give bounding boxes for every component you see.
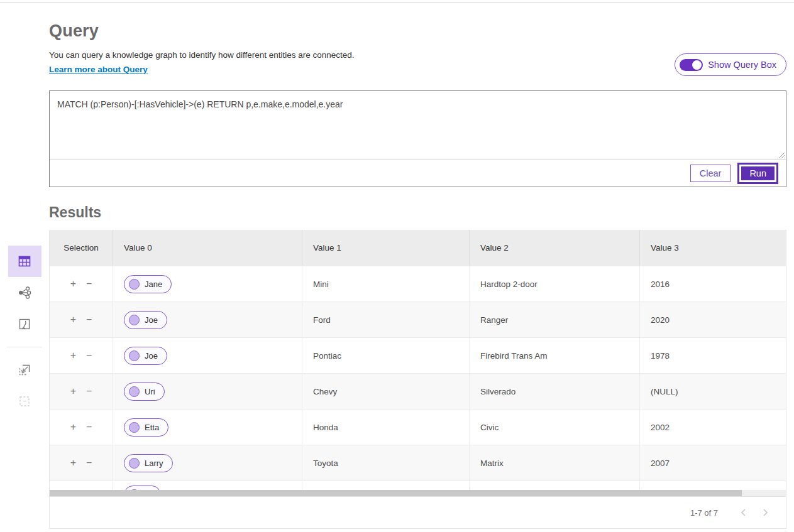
column-header-selection: Selection [50, 230, 113, 266]
table-row: + − Joe Ford Ranger 2020 [50, 301, 786, 337]
top-border [0, 0, 794, 3]
value2-cell: Firebird Trans Am [469, 338, 639, 373]
value2-cell: Civic [469, 410, 639, 445]
selection-cell: + − [50, 302, 113, 337]
value1-cell: Mini [302, 266, 469, 301]
chevron-right-icon [761, 508, 769, 517]
entity-pill-label: Joe [145, 351, 158, 361]
remove-selection-button[interactable]: − [86, 386, 92, 396]
add-to-map-icon [17, 362, 32, 377]
table-row: + − Larry Toyota Matrix 2007 [50, 445, 786, 480]
column-header-value3: Value 3 [639, 230, 786, 266]
run-button[interactable]: Run [739, 165, 776, 182]
add-selection-button[interactable]: + [70, 279, 76, 289]
value1-cell [302, 481, 469, 490]
add-selection-button[interactable]: + [70, 422, 76, 432]
table-row: + − Etta Honda Civic 2002 [50, 409, 786, 445]
entity-pill-label: Uri [145, 387, 155, 396]
entity-pill-label: Etta [145, 423, 159, 432]
entity-pill[interactable]: Joe [124, 347, 167, 365]
value0-cell: Joe [113, 302, 302, 337]
table-row: + − Uri Chevy Silverado (NULL) [50, 373, 786, 409]
selection-cell [50, 481, 113, 490]
clear-button[interactable]: Clear [690, 165, 731, 182]
value3-cell: 2002 [639, 410, 786, 445]
entity-pill-partial[interactable] [124, 486, 161, 490]
value2-cell: Hardtop 2-door [469, 266, 639, 301]
query-box: MATCH (p:Person)-[:HasVehicle]->(e) RETU… [49, 90, 786, 187]
entity-pill[interactable]: Uri [124, 383, 165, 401]
add-selection-button[interactable]: + [70, 315, 76, 325]
value1-cell: Toyota [302, 445, 469, 480]
rail-table-view[interactable] [8, 246, 41, 277]
value0-cell: Uri [113, 374, 302, 409]
entity-pill[interactable]: Joe [124, 311, 167, 329]
next-page-button[interactable] [754, 502, 776, 523]
value3-cell: 2020 [639, 302, 786, 337]
pagination-bar: 1-7 of 7 [50, 496, 786, 528]
remove-selection-button[interactable]: − [86, 350, 92, 361]
selection-cell: + − [50, 445, 113, 480]
page-title: Query [49, 21, 786, 41]
remove-selection-button[interactable]: − [86, 458, 92, 468]
remove-selection-button[interactable]: − [86, 279, 92, 289]
value1-cell: Ford [302, 302, 469, 337]
value0-cell: Etta [113, 410, 302, 445]
results-panel: Selection Value 0 Value 1 Value 2 Value … [49, 230, 786, 529]
learn-more-link[interactable]: Learn more about Query [49, 65, 148, 74]
horizontal-scrollbar[interactable] [50, 490, 786, 496]
add-selection-button[interactable]: + [70, 458, 76, 468]
results-title: Results [49, 204, 794, 221]
remove-selection-button[interactable]: − [86, 315, 92, 325]
rail-link-chart-view[interactable] [8, 277, 41, 308]
table-body: + − Jane Mini Hardtop 2-door 2016 + − [50, 266, 786, 480]
selection-cell: + − [50, 338, 113, 373]
value3-cell: 2016 [639, 266, 786, 301]
toggle-switch-icon[interactable] [680, 59, 703, 71]
add-selection-button[interactable]: + [70, 350, 76, 361]
rail-selection-tool [8, 386, 41, 417]
show-query-box-toggle[interactable]: Show Query Box [675, 53, 786, 76]
value2-cell: Silverado [469, 374, 639, 409]
value3-cell: 1978 [639, 338, 786, 373]
query-input[interactable]: MATCH (p:Person)-[:HasVehicle]->(e) RETU… [50, 91, 786, 160]
column-header-value2: Value 2 [469, 230, 639, 266]
value3-cell [639, 481, 786, 490]
value2-cell [469, 481, 639, 490]
table-icon [17, 254, 32, 269]
entity-pill[interactable]: Jane [124, 275, 172, 293]
rail-map-view[interactable] [8, 308, 41, 340]
entity-node-icon [129, 458, 140, 469]
value0-cell: Joe [113, 338, 302, 373]
entity-pill[interactable]: Etta [124, 418, 168, 437]
resize-handle-icon[interactable] [777, 151, 785, 158]
value2-cell: Ranger [469, 302, 639, 337]
value0-cell: Jane [113, 266, 302, 301]
view-rail [0, 230, 49, 529]
link-chart-icon [16, 285, 33, 301]
rail-divider [7, 347, 42, 347]
value0-cell: Larry [113, 445, 302, 480]
column-header-value1: Value 1 [302, 230, 469, 266]
rail-add-to-map[interactable] [8, 354, 41, 386]
toggle-label: Show Query Box [708, 60, 776, 70]
map-icon [17, 317, 32, 332]
selection-cell: + − [50, 266, 113, 301]
partial-table-row [50, 480, 786, 490]
entity-node-icon [129, 279, 140, 290]
previous-page-button[interactable] [733, 502, 754, 523]
selection-cell: + − [50, 410, 113, 445]
value1-cell: Pontiac [302, 338, 469, 373]
entity-node-icon [129, 386, 140, 397]
value2-cell: Matrix [469, 445, 639, 480]
add-selection-button[interactable]: + [70, 386, 76, 396]
remove-selection-button[interactable]: − [86, 422, 92, 432]
value1-cell: Chevy [302, 374, 469, 409]
table-header: Selection Value 0 Value 1 Value 2 Value … [50, 230, 786, 266]
chevron-left-icon [739, 508, 748, 517]
entity-pill-label: Joe [145, 315, 158, 325]
table-row: + − Joe Pontiac Firebird Trans Am 1978 [50, 337, 786, 373]
entity-pill[interactable]: Larry [124, 454, 173, 472]
table-row: + − Jane Mini Hardtop 2-door 2016 [50, 266, 786, 301]
scrollbar-thumb[interactable] [50, 490, 742, 496]
